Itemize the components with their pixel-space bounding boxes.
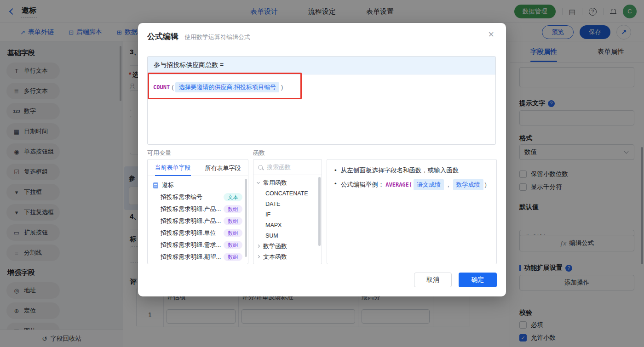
- functions-panel: 常用函数 CONCATENATE DATE IF MAPX SUM 数学函数 文…: [253, 159, 322, 264]
- function-mapx[interactable]: MAPX: [253, 220, 322, 230]
- variables-scrollbar[interactable]: [245, 179, 247, 257]
- variable-item[interactable]: 招投标需求明细.产品...数组: [148, 215, 248, 227]
- function-search-input[interactable]: [267, 164, 313, 171]
- variables-tabs: 当前表单字段 所有表单字段: [148, 159, 248, 176]
- function-concatenate[interactable]: CONCATENATE: [253, 188, 322, 199]
- function-group-label: 数学函数: [263, 242, 287, 250]
- modal-title: 公式编辑: [147, 31, 178, 42]
- variable-type-tag: 数组: [224, 217, 242, 225]
- variable-name: 招投标需求明细.期望...: [161, 253, 221, 261]
- function-group-common[interactable]: 常用函数: [253, 177, 322, 188]
- function-group-math[interactable]: 数学函数: [253, 241, 322, 251]
- formula-field-chip[interactable]: 选择要邀请的供应商.招投标项目编号: [175, 82, 279, 92]
- cancel-button[interactable]: 取消: [414, 273, 452, 287]
- formula-input-area[interactable]: COUNT(选择要邀请的供应商.招投标项目编号): [148, 74, 495, 100]
- tab-all-form-fields-label: 所有表单字段: [205, 160, 241, 176]
- variable-tree-root[interactable]: 邀标: [148, 179, 248, 191]
- bullet: •: [334, 166, 337, 175]
- tab-current-form-fields-label: 当前表单字段: [155, 159, 191, 176]
- chevron-down-icon: [257, 180, 260, 183]
- variable-item[interactable]: 招投标需求明细.单位数组: [148, 227, 248, 239]
- variable-type-tag: 文本: [224, 193, 242, 201]
- function-date[interactable]: DATE: [253, 199, 322, 209]
- function-group-label: 常用函数: [263, 179, 287, 187]
- variable-name: 招投标需求明细.需求...: [161, 241, 221, 249]
- formula-editor-modal: 公式编辑 使用数学运算符编辑公式 × 参与招投标供应商总数 = COUNT(选择…: [138, 23, 506, 296]
- modal-subtitle: 使用数学运算符编辑公式: [184, 33, 250, 41]
- variable-type-tag: 数组: [224, 241, 242, 249]
- help-example-chip-1: 语文成绩: [414, 179, 444, 190]
- help-example-label: 公式编辑举例：: [341, 181, 385, 188]
- help-tip-2: • 公式编辑举例：AVERAGE(语文成绩，数学成绩): [334, 179, 489, 190]
- help-example-function: AVERAGE(: [385, 182, 412, 188]
- function-if[interactable]: IF: [253, 209, 322, 220]
- functions-section-label: 函数: [253, 149, 265, 157]
- formula-target-band: 参与招投标供应商总数 =: [148, 57, 495, 74]
- formula-editor-box: 参与招投标供应商总数 = COUNT(选择要邀请的供应商.招投标项目编号): [147, 56, 496, 145]
- formula-paren-close: ): [281, 84, 283, 91]
- function-group-text[interactable]: 文本函数: [253, 251, 322, 262]
- help-tip-1-text: 从左侧面板选择字段名和函数，或输入函数: [341, 166, 459, 175]
- functions-scrollbar[interactable]: [318, 177, 321, 246]
- variable-name: 招投标需求编号: [161, 193, 202, 201]
- variable-name: 招投标需求明细.产品...: [161, 205, 221, 213]
- function-sum[interactable]: SUM: [253, 230, 322, 241]
- help-example-chip-2: 数学成绩: [453, 179, 483, 190]
- modal-header: 公式编辑 使用数学运算符编辑公式: [147, 31, 250, 42]
- variable-type-tag: 数组: [224, 229, 242, 237]
- formula-function-name: COUNT: [153, 84, 170, 91]
- function-search[interactable]: [253, 159, 322, 175]
- tab-current-form-fields[interactable]: 当前表单字段: [148, 159, 198, 176]
- function-group-label: 文本函数: [263, 253, 287, 261]
- variable-root-label: 邀标: [162, 181, 174, 189]
- chevron-right-icon: [257, 255, 260, 258]
- variable-item[interactable]: 招投标需求编号文本: [148, 191, 248, 203]
- help-example-paren-close: ): [485, 181, 487, 188]
- chevron-right-icon: [257, 245, 260, 248]
- tab-all-form-fields[interactable]: 所有表单字段: [198, 159, 248, 176]
- variable-name: 招投标需求明细.单位: [161, 229, 216, 237]
- variable-type-tag: 数组: [224, 205, 242, 213]
- variable-item[interactable]: 招投标需求明细.期望...数组: [148, 251, 248, 263]
- bullet: •: [334, 179, 337, 190]
- variable-item[interactable]: 招投标需求明细.需求...数组: [148, 239, 248, 251]
- formula-help-panel: • 从左侧面板选择字段名和函数，或输入函数 • 公式编辑举例：AVERAGE(语…: [327, 159, 497, 264]
- help-example-comma: ，: [445, 181, 452, 188]
- help-tip-2-text: 公式编辑举例：AVERAGE(语文成绩，数学成绩): [341, 179, 488, 190]
- variables-panel: 当前表单字段 所有表单字段 邀标 招投标需求编号文本 招投标需求明细.产品...…: [147, 159, 248, 264]
- app-window: 邀标 表单设计 流程设定 表单设置 数据管理 ▤ ? C ↗ 表单外链 ⊡: [0, 0, 644, 347]
- search-icon: [258, 165, 263, 170]
- form-doc-icon: [153, 182, 158, 188]
- confirm-button[interactable]: 确定: [459, 273, 497, 287]
- help-tip-1: • 从左侧面板选择字段名和函数，或输入函数: [334, 166, 489, 175]
- variable-name: 招投标需求明细.产品...: [161, 217, 221, 225]
- variable-type-tag: 数组: [224, 253, 242, 261]
- variable-item[interactable]: 招投标需求明细.产品...数组: [148, 203, 248, 215]
- formula-target-text: 参与招投标供应商总数 =: [154, 61, 224, 69]
- variables-section-label: 可用变量: [147, 149, 171, 157]
- formula-paren-open: (: [172, 84, 173, 91]
- close-icon[interactable]: ×: [488, 29, 494, 40]
